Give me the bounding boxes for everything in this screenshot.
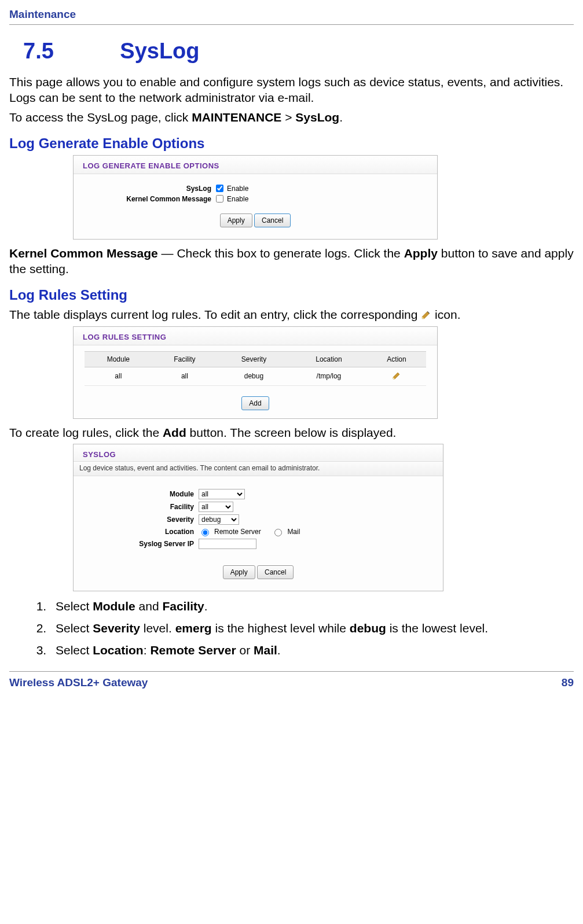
text-fragment: . (204, 599, 208, 613)
text-fragment: level. (140, 621, 175, 635)
text-bold-add: Add (163, 426, 186, 439)
cell-severity: debug (217, 367, 291, 385)
syslog-label: SysLog (83, 185, 216, 193)
location-label: Location (83, 528, 199, 536)
section-title: SysLog (120, 39, 199, 64)
severity-label: Severity (83, 516, 199, 524)
add-button[interactable]: Add (241, 396, 269, 410)
text-bold: Severity (93, 621, 140, 635)
heading-log-rules: Log Rules Setting (9, 287, 574, 303)
pencil-icon (421, 310, 431, 320)
panel-caption: Log device status, event and activities.… (74, 462, 443, 476)
text-fragment: is the lowest level. (386, 621, 488, 635)
col-module: Module (85, 351, 152, 367)
enable-label: Enable (227, 195, 248, 203)
text-fragment: icon. (435, 308, 460, 321)
text-fragment: Select (56, 621, 93, 635)
intro-paragraph-2: To access the SysLog page, click MAINTEN… (9, 109, 574, 125)
text-fragment: — Check this box to generate logs. Click… (158, 246, 404, 260)
text-bold: Remote Server (150, 643, 236, 657)
panel-syslog-form: SYSLOG Log device status, event and acti… (73, 444, 443, 591)
text-bold-apply: Apply (404, 246, 438, 260)
chapter-header: Maintenance (9, 6, 574, 25)
text-fragment: Select (56, 599, 93, 613)
create-rules-description: To create log rules, click the Add butto… (9, 425, 574, 440)
col-severity: Severity (217, 351, 291, 367)
panel-header-label: SYSLOG (74, 444, 443, 462)
table-header-row: Module Facility Severity Location Action (85, 351, 426, 367)
kernel-common-checkbox[interactable] (216, 195, 223, 203)
col-facility: Facility (152, 351, 217, 367)
col-location: Location (291, 351, 367, 367)
text-fragment: > (281, 111, 295, 124)
heading-log-generate: Log Generate Enable Options (9, 135, 574, 152)
table-row: all all debug /tmp/log (85, 367, 426, 385)
step-1: Select Module and Facility. (50, 599, 574, 613)
facility-select[interactable]: all (199, 502, 233, 512)
text-bold: Module (93, 599, 135, 613)
cancel-button[interactable]: Cancel (254, 213, 291, 227)
kernel-message-description: Kernel Common Message — Check this box t… (9, 245, 574, 277)
step-3: Select Location: Remote Server or Mail. (50, 643, 574, 657)
text-fragment: To access the SysLog page, click (9, 111, 192, 124)
step-2: Select Severity level. emerg is the high… (50, 621, 574, 635)
severity-select[interactable]: debug (199, 514, 239, 525)
section-number: 7.5 (23, 39, 54, 64)
log-rules-description: The table displays current log rules. To… (9, 307, 574, 322)
page-number: 89 (562, 676, 574, 689)
apply-button[interactable]: Apply (220, 213, 252, 227)
module-label: Module (83, 490, 199, 498)
text-fragment: . (339, 111, 343, 124)
text-fragment: button. The screen below is displayed. (186, 426, 397, 439)
text-fragment: and (135, 599, 163, 613)
text-fragment: Select (56, 643, 93, 657)
location-radio-mail[interactable] (274, 529, 282, 536)
text-bold: debug (350, 621, 386, 635)
text-fragment: . (277, 643, 281, 657)
text-bold: Kernel Common Message (9, 246, 158, 260)
rules-table: Module Facility Severity Location Action… (85, 351, 426, 386)
text-fragment: : (144, 643, 151, 657)
breadcrumb-syslog: SysLog (295, 111, 339, 124)
panel-log-generate-options: LOG GENERATE ENABLE OPTIONS SysLog Enabl… (73, 155, 438, 240)
text-fragment: The table displays current log rules. To… (9, 308, 421, 321)
panel-log-rules: LOG RULES SETTING Module Facility Severi… (73, 326, 438, 419)
text-fragment: is the highest level while (212, 621, 350, 635)
panel-header-label: LOG GENERATE ENABLE OPTIONS (74, 156, 437, 174)
cell-location: /tmp/log (291, 367, 367, 385)
text-bold: emerg (175, 621, 212, 635)
page-footer: Wireless ADSL2+ Gateway 89 (9, 671, 574, 700)
col-action: Action (367, 351, 426, 367)
module-select[interactable]: all (199, 489, 245, 499)
panel-header-label: LOG RULES SETTING (74, 327, 437, 345)
cancel-button[interactable]: Cancel (257, 565, 294, 579)
cell-action[interactable] (367, 367, 426, 385)
text-bold: Location (93, 643, 144, 657)
enable-label: Enable (227, 185, 248, 193)
cell-module: all (85, 367, 152, 385)
remote-server-label: Remote Server (214, 528, 261, 536)
text-fragment: To create log rules, click the (9, 426, 163, 439)
text-bold: Facility (162, 599, 204, 613)
pencil-icon[interactable] (392, 371, 401, 380)
facility-label: Facility (83, 503, 199, 511)
intro-paragraph-1: This page allows you to enable and confi… (9, 74, 574, 106)
serverip-label: Syslog Server IP (83, 540, 199, 548)
breadcrumb-maintenance: MAINTENANCE (192, 111, 281, 124)
location-radio-remote[interactable] (201, 529, 209, 536)
footer-product: Wireless ADSL2+ Gateway (9, 676, 148, 689)
serverip-input[interactable] (199, 539, 256, 549)
cell-facility: all (152, 367, 217, 385)
apply-button[interactable]: Apply (223, 565, 255, 579)
syslog-checkbox[interactable] (216, 185, 223, 192)
text-fragment: or (236, 643, 254, 657)
kernel-common-label: Kernel Common Message (83, 195, 216, 203)
steps-list: Select Module and Facility. Select Sever… (9, 599, 574, 657)
mail-label: Mail (287, 528, 300, 536)
text-bold: Mail (254, 643, 277, 657)
